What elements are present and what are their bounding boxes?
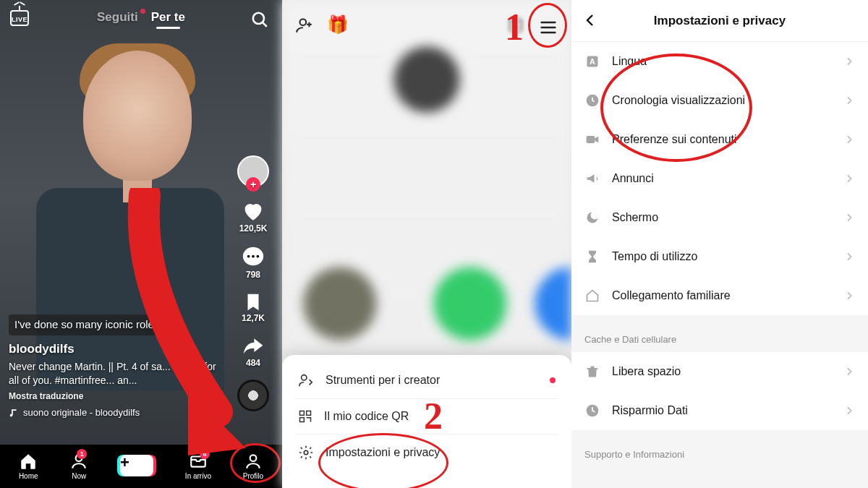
like-button[interactable]: 120,5K [239,199,268,234]
moon-icon [584,210,600,226]
section-label-support: Supporto e Informazioni [571,436,868,467]
comment-count: 798 [246,270,260,280]
plus-icon: + [120,455,153,476]
tab-for-you[interactable]: Per te [151,10,185,25]
menu-creator-tools-label: Strumenti per i creator [326,374,440,387]
row-language[interactable]: A Lingua [571,42,868,81]
data-saver-icon [584,403,600,419]
svg-point-7 [250,455,257,461]
action-rail: + 120,5K 798 12,7K 484 [231,155,275,411]
svg-point-14 [304,450,308,455]
svg-text:A: A [590,57,595,66]
chevron-right-icon [843,95,855,106]
row-screen-time[interactable]: Tempo di utilizzo [571,237,868,276]
svg-point-0 [253,13,264,24]
row-family-pairing-label: Collegamento familiare [612,289,731,302]
language-icon: A [584,53,600,69]
menu-settings-privacy-label: Impostazioni e privacy [326,446,440,459]
gear-icon [298,445,314,461]
row-watch-history[interactable]: Cronologia visualizzazioni [571,81,868,120]
hamburger-menu-icon[interactable] [538,17,558,38]
tab-profile-label: Profilo [243,472,263,480]
menu-creator-tools[interactable]: Strumenti per i creator [282,362,571,398]
creator-tools-icon [298,372,314,388]
chevron-right-icon [843,56,855,67]
add-friend-icon[interactable] [295,16,314,35]
profile-top-bar: 🎁 [282,12,571,40]
music-note-icon [9,408,19,418]
notification-dot-icon [140,9,145,14]
notification-dot-icon [550,377,556,383]
comment-button[interactable]: 798 [241,245,265,280]
svg-point-3 [252,255,255,258]
megaphone-icon [584,171,600,187]
tab-inbox[interactable]: 6 In arrivo [185,452,211,480]
profile-menu-sheet: Strumenti per i creator Il mio codice QR… [282,355,571,488]
video-subject [22,29,217,354]
gift-icon[interactable]: 🎁 [327,14,349,35]
trash-icon [584,364,600,380]
bottom-tabbar: Home 1 Now + 6 In arrivo Profilo [0,445,282,488]
coins-icon[interactable] [506,16,525,35]
row-display[interactable]: Schermo [571,198,868,237]
svg-point-10 [302,375,307,380]
svg-point-9 [509,18,522,23]
row-family-pairing[interactable]: Collegamento familiare [571,276,868,315]
settings-header: Impostazioni e privacy [571,0,868,42]
chevron-left-icon [582,12,599,29]
tab-home[interactable]: Home [19,452,38,480]
clock-icon [584,93,600,108]
home-outline-icon [584,288,600,304]
svg-rect-12 [307,411,311,416]
row-language-label: Lingua [612,55,647,68]
settings-section-cache: Libera spazio Risparmio Dati [571,352,868,430]
svg-point-4 [257,255,260,258]
caption-text[interactable]: Never change Martin. || Pt. 4 of sa... M… [9,360,224,388]
follow-plus-icon[interactable]: + [246,177,260,192]
tab-create[interactable]: + [120,455,153,476]
video-subtitle: I've done so many iconic roles. [9,314,169,335]
translate-button[interactable]: Mostra traduzione [9,390,224,402]
row-screen-time-label: Tempo di utilizzo [612,250,697,263]
bookmark-count: 12,7K [242,313,265,323]
section-label-cache: Cache e Dati cellulare [571,321,868,352]
svg-point-8 [300,19,307,25]
chevron-right-icon [843,251,855,262]
menu-settings-privacy[interactable]: Impostazioni e privacy [295,434,558,471]
row-free-space-label: Libera spazio [612,365,681,378]
bookmark-button[interactable]: 12,7K [242,291,265,323]
menu-qr-code[interactable]: Il mio codice QR [295,398,558,434]
caption-area: I've done so many iconic roles. bloodydi… [9,314,224,419]
row-display-label: Schermo [612,211,658,224]
like-count: 120,5K [239,223,268,234]
feed-tabs: Seguiti Per te [0,10,282,25]
row-data-saver[interactable]: Risparmio Dati [571,391,868,430]
tab-profile[interactable]: Profilo [243,452,263,480]
hourglass-icon [584,249,600,265]
author-avatar[interactable]: + [237,155,269,187]
sound-row[interactable]: suono originale - bloodydilfs [9,406,224,419]
page-title: Impostazioni e privacy [654,14,786,28]
avatar-icon: + [237,155,269,187]
sound-name: suono originale - bloodydilfs [23,406,140,419]
home-icon [19,452,38,471]
profile-screen: 🎁 Strumenti per i creator Il mio codice … [282,0,571,488]
chevron-right-icon [843,173,855,184]
author-username[interactable]: bloodydilfs [9,341,224,358]
sound-disc-icon [237,380,269,411]
sound-disc[interactable] [237,380,269,411]
profile-icon [244,452,263,471]
row-ads[interactable]: Annunci [571,159,868,198]
share-button[interactable]: 484 [242,335,265,368]
tab-home-label: Home [19,472,38,480]
tab-following[interactable]: Seguiti [97,10,138,25]
tab-now[interactable]: 1 Now [69,452,88,480]
row-free-space[interactable]: Libera spazio [571,352,868,391]
row-watch-history-label: Cronologia visualizzazioni [612,94,745,107]
back-button[interactable] [582,12,599,29]
svg-rect-11 [300,411,305,416]
share-count: 484 [246,358,260,368]
row-content-preferences[interactable]: Preferenze sui contenuti [571,120,868,159]
qr-code-icon [298,409,312,424]
search-icon[interactable] [250,10,269,29]
